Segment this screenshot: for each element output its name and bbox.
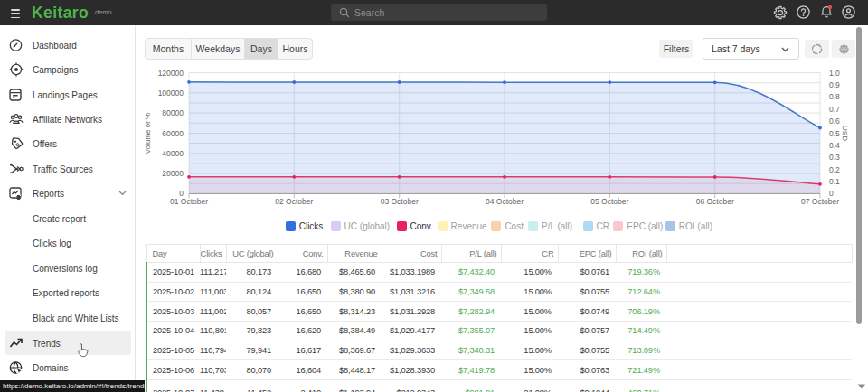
svg-text:0.1: 0.1 [829,177,840,186]
svg-text:0.7: 0.7 [829,105,840,114]
svg-text:60000: 60000 [162,129,184,138]
svg-text:0.5: 0.5 [829,129,840,138]
svg-text:80000: 80000 [162,108,184,117]
svg-text:USD: USD [841,126,849,141]
svg-text:1.0: 1.0 [829,69,840,78]
svg-text:120000: 120000 [158,69,184,78]
svg-text:0.3: 0.3 [829,153,840,162]
svg-text:100000: 100000 [158,89,184,98]
svg-text:05 October: 05 October [590,197,628,206]
svg-text:04 October: 04 October [486,197,524,206]
svg-text:0.4: 0.4 [829,141,840,150]
svg-text:07 October: 07 October [801,197,839,206]
svg-text:0.8: 0.8 [829,92,840,101]
svg-text:01 October: 01 October [170,197,208,206]
svg-text:0.9: 0.9 [829,80,840,89]
svg-text:0.2: 0.2 [829,165,840,174]
svg-text:Volume or %: Volume or % [144,113,152,154]
svg-text:02 October: 02 October [275,197,313,206]
svg-text:03 October: 03 October [381,197,419,206]
svg-text:0.6: 0.6 [829,117,840,126]
svg-text:40000: 40000 [162,149,184,158]
svg-text:06 October: 06 October [696,197,734,206]
svg-text:20000: 20000 [162,169,184,178]
